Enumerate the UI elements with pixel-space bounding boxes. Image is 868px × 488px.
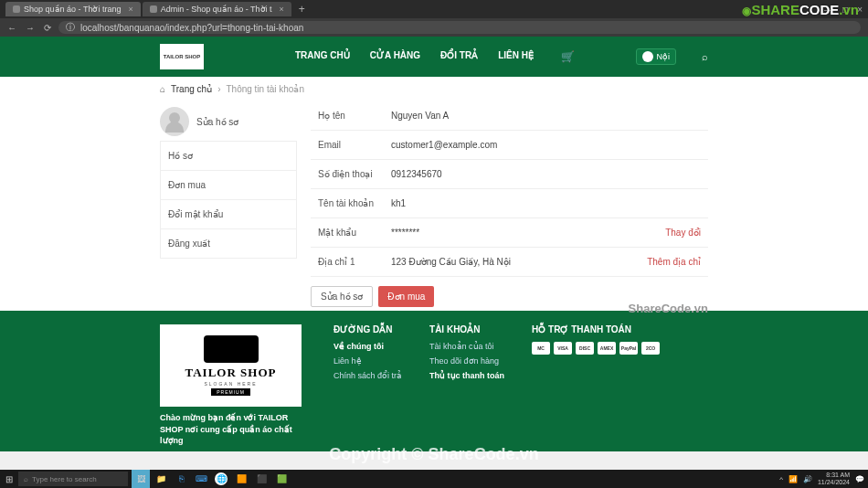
address-bar[interactable]: ⓘ localhost/banquanao/index.php?url=thon… [58, 21, 861, 34]
windows-taskbar: ⊞ ⌕ Type here to search 🖼 📁 ⎘ ⌨ 🌐 🟧 ⬛ 🟩 … [0, 470, 868, 488]
footer-link-payment[interactable]: Thủ tục thanh toán [429, 371, 504, 380]
info-value: kh1 [391, 198, 701, 208]
info-label: Địa chỉ 1 [318, 257, 391, 267]
user-menu[interactable]: Nội [636, 48, 677, 65]
tab-title: Admin - Shop quần áo - Thời t [161, 5, 272, 14]
browser-tab[interactable]: Shop quần áo - Thời trang × [5, 2, 141, 16]
wifi-icon[interactable]: 📶 [789, 475, 798, 483]
watermark-copyright: Copyright © ShareCode.vn [0, 445, 868, 464]
nav-store[interactable]: CỬA HÀNG [370, 50, 420, 63]
paypal-icon: PayPal [619, 342, 638, 355]
edit-profile-button[interactable]: Sửa hồ sơ [311, 286, 373, 307]
taskbar-app[interactable]: ⌨ [192, 470, 210, 488]
info-label: Tên tài khoản [318, 198, 391, 208]
footer-link-about[interactable]: Về chúng tôi [333, 342, 402, 351]
nav-contact[interactable]: LIÊN HỆ [498, 50, 534, 63]
footer-heading: TÀI KHOẢN [429, 324, 504, 334]
info-row: Họ tên Nguyen Van A [311, 101, 708, 131]
site-footer: TAILOR SHOP SLOGAN HERE PREMIUM Chào mừn… [0, 311, 868, 451]
nav-returns[interactable]: ĐỔI TRẢ [440, 50, 478, 63]
close-icon[interactable]: × [128, 5, 132, 14]
2checkout-icon: 2CO [641, 342, 660, 355]
volume-icon[interactable]: 🔊 [803, 475, 812, 483]
favicon-icon [150, 5, 157, 13]
discover-icon: DISC [576, 342, 594, 355]
site-logo[interactable]: TAILOR SHOP [160, 44, 204, 69]
nav-home[interactable]: TRANG CHỦ [295, 50, 350, 63]
info-row: Email customer1@example.com [311, 131, 708, 160]
sidebar-item-profile[interactable]: Hồ sơ [160, 141, 297, 171]
footer-heading: ĐƯỜNG DẪN [333, 324, 402, 334]
footer-link-contact[interactable]: Liên hệ [333, 356, 402, 366]
back-button[interactable]: ← [7, 23, 16, 33]
edit-profile-link[interactable]: Sửa hồ sơ [196, 117, 238, 127]
orders-button[interactable]: Đơn mua [378, 286, 434, 307]
footer-heading: HỖ TRỢ THANH TOÁN [532, 324, 660, 334]
site-header: TAILOR SHOP TRANG CHỦ CỬA HÀNG ĐỔI TRẢ L… [0, 37, 868, 77]
main-nav: TRANG CHỦ CỬA HÀNG ĐỔI TRẢ LIÊN HỆ 🛒 [295, 50, 575, 63]
browser-tab-strip: Shop quần áo - Thời trang × Admin - Shop… [0, 0, 868, 18]
footer-link-policy[interactable]: Chính sách đổi trả [333, 371, 402, 380]
taskbar-app[interactable]: 🟩 [272, 470, 291, 488]
amex-icon: AMEX [598, 342, 616, 355]
info-label: Mật khẩu [318, 228, 391, 238]
taskbar-search[interactable]: ⌕ Type here to search [18, 472, 128, 486]
footer-link-account[interactable]: Tài khoản của tôi [429, 342, 504, 351]
avatar-icon [160, 107, 189, 136]
cart-icon[interactable]: 🛒 [561, 50, 575, 63]
taskbar-app[interactable]: 📁 [152, 470, 170, 488]
search-icon[interactable]: ⌕ [702, 51, 708, 62]
add-address-link[interactable]: Thêm địa chỉ [647, 257, 701, 267]
taskbar-app[interactable]: ⬛ [252, 470, 270, 488]
footer-welcome: Chào mừng bạn đến với TAILOR SHOP nơi cu… [160, 412, 306, 447]
url-text: localhost/banquanao/index.php?url=thong-… [80, 23, 303, 33]
tray-icon[interactable]: ^ [779, 475, 783, 483]
info-row: Địa chỉ 1 123 Đường Cầu Giấy, Hà Nội Thê… [311, 248, 708, 277]
account-details: Họ tên Nguyen Van A Email customer1@exam… [311, 101, 708, 307]
sidebar-item-password[interactable]: Đổi mật khẩu [160, 199, 297, 229]
breadcrumb-home[interactable]: Trang chủ [171, 84, 212, 94]
footer-logo: TAILOR SHOP SLOGAN HERE PREMIUM [160, 324, 302, 407]
mastercard-icon: MC [532, 342, 550, 355]
watermark-logo: ◉SHARECODE.vn [742, 2, 859, 17]
reload-button[interactable]: ⟳ [44, 23, 51, 33]
info-value: ******** [391, 228, 665, 238]
taskbar-app[interactable]: 🖼 [132, 470, 150, 488]
avatar-icon [642, 51, 653, 62]
tab-title: Shop quần áo - Thời trang [24, 5, 121, 14]
watermark: ShareCode.vn [629, 302, 708, 315]
close-icon[interactable]: × [280, 5, 284, 14]
breadcrumb-current: Thông tin tài khoản [226, 84, 304, 94]
site-info-icon: ⓘ [66, 21, 75, 34]
chevron-right-icon: › [217, 84, 220, 94]
change-password-link[interactable]: Thay đổi [665, 228, 701, 238]
browser-tab[interactable]: Admin - Shop quần áo - Thời t × [143, 2, 291, 16]
browser-toolbar: ← → ⟳ ⓘ localhost/banquanao/index.php?ur… [0, 18, 868, 37]
sidebar-item-orders[interactable]: Đơn mua [160, 170, 297, 200]
taskbar-app[interactable]: 🟧 [232, 470, 250, 488]
taskbar-app[interactable]: ⎘ [172, 470, 190, 488]
info-value: 123 Đường Cầu Giấy, Hà Nội [391, 257, 647, 267]
search-icon: ⌕ [24, 475, 28, 483]
notifications-icon[interactable]: 💬 [855, 475, 864, 483]
info-value: 0912345670 [391, 169, 701, 179]
taskbar-app[interactable]: 🌐 [215, 472, 228, 485]
page-content: TAILOR SHOP TRANG CHỦ CỬA HÀNG ĐỔI TRẢ L… [0, 37, 868, 451]
sewing-machine-icon [204, 335, 259, 363]
search-placeholder: Type here to search [32, 475, 97, 483]
info-label: Số điện thoại [318, 169, 391, 179]
favicon-icon [13, 5, 20, 13]
sidebar-item-logout[interactable]: Đăng xuất [160, 228, 297, 259]
visa-icon: VISA [554, 342, 572, 355]
forward-button[interactable]: → [26, 23, 35, 33]
new-tab-button[interactable]: + [293, 3, 311, 16]
user-name: Nội [657, 52, 671, 61]
start-button[interactable]: ⊞ [0, 470, 18, 488]
info-row: Số điện thoại 0912345670 [311, 160, 708, 189]
footer-link-orders[interactable]: Theo dõi đơn hàng [429, 356, 504, 366]
info-label: Họ tên [318, 111, 391, 121]
info-row: Tên tài khoản kh1 [311, 189, 708, 218]
taskbar-clock[interactable]: 8:31 AM 11/24/2024 [818, 472, 850, 485]
home-icon: ⌂ [160, 84, 165, 94]
breadcrumb: ⌂ Trang chủ › Thông tin tài khoản [0, 77, 868, 101]
